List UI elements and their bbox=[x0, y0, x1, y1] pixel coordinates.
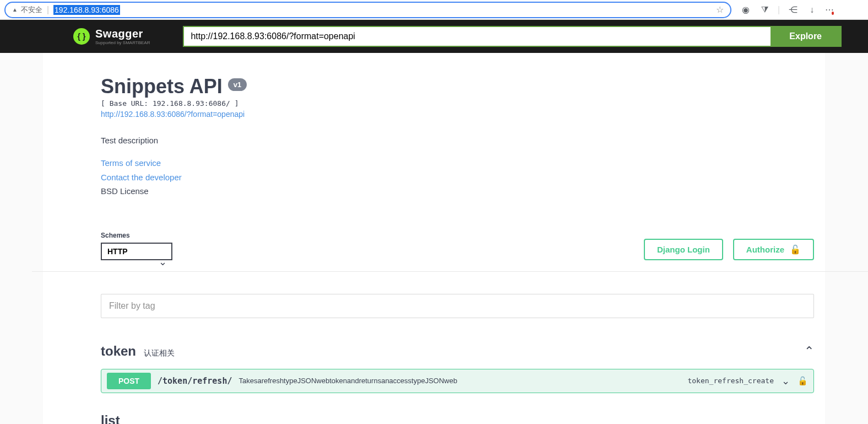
swagger-logo-subtext: Supported by SMARTBEAR bbox=[95, 40, 150, 45]
tag-name: list bbox=[101, 413, 120, 425]
browser-toolbar-icons: ◉ ⧩ | ⋲ ↓ ⋯ bbox=[736, 4, 840, 15]
tag-section-token: token 认证相关 ⌃ POST /token/refresh/ Takesa… bbox=[101, 340, 814, 393]
bookmark-star-icon[interactable]: ☆ bbox=[716, 4, 724, 15]
favorites-icon[interactable]: ⋲ bbox=[788, 4, 799, 15]
swagger-topbar: { } Swagger Supported by SMARTBEAR Explo… bbox=[0, 20, 868, 53]
django-login-button[interactable]: Django Login bbox=[644, 239, 723, 260]
api-version-badge: v1 bbox=[228, 78, 247, 91]
lock-icon[interactable]: 🔓 bbox=[798, 376, 808, 386]
chrome-separator: | bbox=[778, 5, 780, 15]
schemes-bar: Schemes HTTP Django Login Authorize 🔓 bbox=[101, 232, 814, 271]
swagger-logo[interactable]: { } Swagger Supported by SMARTBEAR bbox=[73, 28, 150, 45]
api-title-row: Snippets API v1 bbox=[101, 75, 814, 98]
info-links: Terms of service Contact the developer B… bbox=[101, 156, 814, 198]
filter-input[interactable] bbox=[101, 294, 814, 318]
not-secure-label: 不安全 bbox=[12, 5, 42, 15]
swagger-logo-text: Swagger bbox=[95, 28, 150, 40]
address-bar[interactable]: 不安全 | 192.168.8.93:6086 ☆ bbox=[4, 2, 731, 18]
more-icon[interactable]: ⋯ bbox=[825, 4, 836, 15]
spec-url-input[interactable] bbox=[184, 27, 771, 46]
http-method-badge: POST bbox=[107, 373, 151, 389]
swagger-ui-main: Snippets API v1 [ Base URL: 192.168.8.93… bbox=[43, 53, 825, 424]
django-login-label: Django Login bbox=[657, 245, 710, 254]
base-url: [ Base URL: 192.168.8.93:6086/ ] bbox=[101, 99, 814, 108]
extension-color-icon[interactable]: ◉ bbox=[740, 4, 751, 15]
api-title: Snippets API bbox=[101, 75, 223, 98]
operation-id: token_refresh_create bbox=[687, 377, 774, 385]
tag-name: token bbox=[101, 344, 136, 359]
address-separator: | bbox=[47, 5, 49, 15]
filter-wrap bbox=[101, 294, 814, 318]
terms-link[interactable]: Terms of service bbox=[101, 156, 814, 170]
swagger-badge-icon: { } bbox=[73, 28, 90, 45]
schemes-label: Schemes bbox=[101, 232, 172, 239]
operation-summary: TakesarefreshtypeJSONwebtokenandreturnsa… bbox=[238, 377, 681, 385]
extensions-icon[interactable]: ⧩ bbox=[759, 4, 770, 15]
license-text: BSD License bbox=[101, 184, 814, 198]
chevron-down-icon: ⌄ bbox=[782, 375, 790, 387]
auth-buttons: Django Login Authorize 🔓 bbox=[644, 239, 814, 260]
tag-header-token[interactable]: token 认证相关 ⌃ bbox=[101, 340, 814, 362]
address-text[interactable]: 192.168.8.93:6086 bbox=[53, 5, 120, 15]
authorize-button[interactable]: Authorize 🔓 bbox=[733, 239, 814, 260]
section-divider bbox=[32, 271, 868, 272]
schemes-select[interactable]: HTTP bbox=[101, 243, 172, 260]
spec-link[interactable]: http://192.168.8.93:6086/?format=openapi bbox=[101, 110, 245, 119]
explore-form: Explore bbox=[183, 26, 842, 47]
authorize-label: Authorize bbox=[746, 245, 784, 254]
api-description: Test description bbox=[101, 136, 814, 145]
tag-section-list: list bbox=[101, 410, 814, 425]
operation-path: /token/refresh/ bbox=[158, 376, 232, 386]
lock-icon: 🔓 bbox=[790, 244, 801, 255]
contact-link[interactable]: Contact the developer bbox=[101, 170, 814, 185]
tag-description: 认证相关 bbox=[144, 348, 175, 358]
tag-header-list[interactable]: list bbox=[101, 410, 814, 425]
operation-token-refresh[interactable]: POST /token/refresh/ TakesarefreshtypeJS… bbox=[101, 369, 814, 393]
browser-chrome: 不安全 | 192.168.8.93:6086 ☆ ◉ ⧩ | ⋲ ↓ ⋯ bbox=[0, 0, 868, 20]
chevron-up-icon: ⌃ bbox=[804, 344, 814, 358]
download-icon[interactable]: ↓ bbox=[806, 4, 817, 15]
explore-button[interactable]: Explore bbox=[771, 27, 840, 46]
